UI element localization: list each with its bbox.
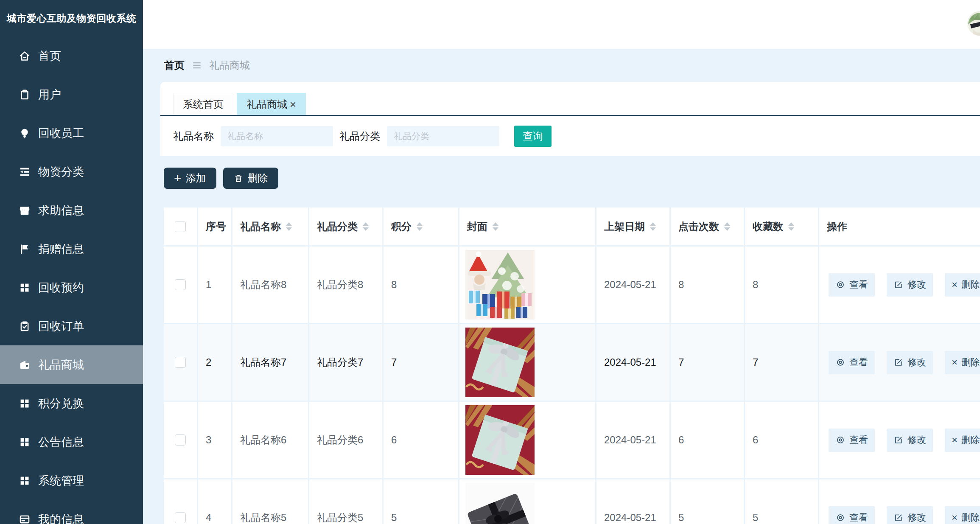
query-button[interactable]: 查询 (514, 126, 552, 147)
sidebar-item-label: 回收预约 (38, 280, 84, 295)
cell-actions: 查看 修改 ×删除 (819, 402, 980, 478)
breadcrumb-home-link[interactable]: 首页 (164, 59, 185, 72)
cell-index: 1 (198, 247, 231, 323)
sort-carets-icon[interactable] (650, 222, 656, 231)
grid-icon (18, 474, 31, 488)
sidebar-item-gift-mall[interactable]: 礼品商城 (0, 345, 143, 384)
card-icon (18, 513, 31, 524)
column-header-points[interactable]: 积分 (384, 207, 458, 245)
cell-name: 礼品名称5 (232, 479, 308, 524)
wallet-icon (18, 358, 31, 372)
row-delete-button[interactable]: ×删除 (945, 273, 980, 297)
close-tab-icon[interactable]: × (290, 99, 296, 110)
cover-image (465, 483, 535, 524)
eye-icon (835, 435, 846, 445)
cell-date: 2024-05-21 (596, 247, 669, 323)
sort-carets-icon[interactable] (493, 222, 498, 231)
select-all-checkbox[interactable] (175, 221, 186, 232)
view-button[interactable]: 查看 (829, 506, 875, 524)
edit-button[interactable]: 修改 (887, 429, 933, 452)
cell-name: 礼品名称6 (232, 402, 308, 478)
cell-cover (459, 479, 595, 524)
column-header-cover[interactable]: 封面 (459, 207, 595, 245)
sidebar-item-recycle-staff[interactable]: 回收员工 (0, 114, 143, 152)
cell-category: 礼品分类5 (309, 479, 382, 524)
plus-icon: + (174, 172, 182, 185)
cell-name: 礼品名称7 (232, 324, 308, 401)
sidebar-item-system-management[interactable]: 系统管理 (0, 461, 143, 500)
sidebar-item-recycle-booking[interactable]: 回收预约 (0, 268, 143, 307)
view-button[interactable]: 查看 (829, 429, 875, 452)
search-input-gift-name[interactable] (221, 126, 333, 146)
row-checkbox[interactable] (175, 279, 186, 290)
edit-button[interactable]: 修改 (887, 506, 933, 524)
column-header-index: 序号 (198, 207, 231, 245)
main-area: 首页 礼品商城 系统首页礼品商城× 礼品名称礼品分类 查询 + 添加 (143, 0, 980, 524)
cell-favorites: 8 (745, 247, 818, 323)
search-row: 礼品名称礼品分类 查询 (160, 116, 980, 156)
cell-index: 3 (198, 402, 231, 478)
edit-button[interactable]: 修改 (887, 351, 933, 374)
sidebar-item-material-category[interactable]: 物资分类 (0, 152, 143, 191)
sort-carets-icon[interactable] (286, 222, 292, 231)
tab-strip: 系统首页礼品商城× (160, 82, 980, 116)
sidebar-item-label: 礼品商城 (38, 357, 84, 373)
sidebar-item-announcement[interactable]: 公告信息 (0, 423, 143, 461)
row-delete-button[interactable]: ×删除 (945, 506, 980, 524)
sidebar-item-home[interactable]: 首页 (0, 36, 143, 75)
indent-list-icon (18, 165, 31, 179)
sort-carets-icon[interactable] (788, 222, 794, 231)
row-delete-button[interactable]: ×删除 (945, 429, 980, 452)
tab-label: 礼品商城 (246, 98, 287, 111)
cell-date: 2024-05-21 (596, 479, 669, 524)
sort-carets-icon[interactable] (724, 222, 730, 231)
x-icon: × (952, 357, 958, 367)
row-checkbox-cell (164, 402, 197, 478)
column-header-clicks[interactable]: 点击次数 (671, 207, 744, 245)
sidebar-item-label: 系统管理 (38, 473, 84, 488)
cell-category: 礼品分类6 (309, 402, 382, 478)
breadcrumb-current: 礼品商城 (209, 59, 250, 72)
column-header-name[interactable]: 礼品名称 (232, 207, 308, 245)
row-checkbox[interactable] (175, 512, 186, 523)
tab-label: 系统首页 (183, 98, 224, 111)
delete-button[interactable]: 删除 (223, 168, 278, 189)
column-header-favorites[interactable]: 收藏数 (745, 207, 818, 245)
row-checkbox[interactable] (175, 434, 186, 446)
sidebar-item-label: 求助信息 (38, 203, 84, 218)
row-delete-button[interactable]: ×删除 (945, 351, 980, 374)
cell-index: 4 (198, 479, 231, 524)
sidebar-item-points-exchange[interactable]: 积分兑换 (0, 384, 143, 423)
row-checkbox[interactable] (175, 357, 186, 368)
column-header-category[interactable]: 礼品分类 (309, 207, 382, 245)
sidebar-item-label: 物资分类 (38, 164, 84, 179)
cell-clicks: 7 (671, 324, 744, 401)
breadcrumb: 首页 礼品商城 (143, 49, 980, 82)
edit-button[interactable]: 修改 (887, 273, 933, 297)
sidebar-item-recycle-order[interactable]: 回收订单 (0, 307, 143, 345)
column-header-date[interactable]: 上架日期 (596, 207, 669, 245)
x-icon: × (952, 435, 958, 445)
cell-points: 6 (384, 402, 458, 478)
add-button[interactable]: + 添加 (164, 168, 216, 189)
view-button[interactable]: 查看 (829, 273, 875, 297)
sidebar-item-users[interactable]: 用户 (0, 75, 143, 114)
user-avatar[interactable] (967, 11, 980, 36)
sort-carets-icon[interactable] (363, 222, 369, 231)
view-button[interactable]: 查看 (829, 351, 875, 374)
home-icon (18, 49, 31, 63)
cell-cover (459, 324, 595, 401)
sidebar-item-my-info[interactable]: 我的信息 (0, 500, 143, 524)
sidebar-item-help-info[interactable]: 求助信息 (0, 191, 143, 230)
trash-icon (233, 173, 244, 183)
tab-gift-mall[interactable]: 礼品商城× (237, 93, 306, 115)
tab-system-home[interactable]: 系统首页 (173, 93, 233, 115)
sidebar-item-label: 首页 (38, 48, 61, 64)
cell-category: 礼品分类8 (309, 247, 382, 323)
sidebar-item-donation-info[interactable]: 捐赠信息 (0, 230, 143, 268)
sort-carets-icon[interactable] (417, 222, 423, 231)
x-icon: × (952, 513, 958, 523)
eye-icon (835, 280, 846, 290)
search-input-gift-category[interactable] (387, 126, 499, 146)
cell-favorites: 5 (745, 479, 818, 524)
